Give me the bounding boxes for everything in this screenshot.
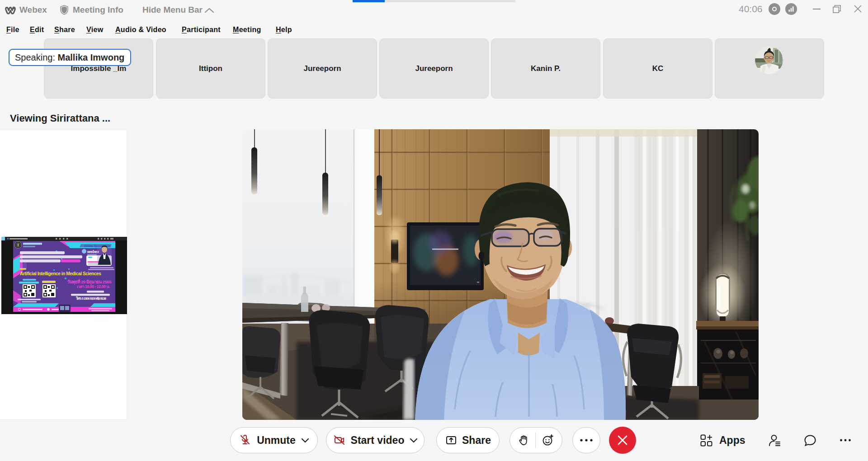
svg-text:เวลา 10.00 - 12.00 น.: เวลา 10.00 - 12.00 น.: [77, 284, 110, 289]
svg-text:วันพุธที่ 29 มิถุนายน 2565: วันพุธที่ 29 มิถุนายน 2565: [67, 278, 112, 285]
svg-text:โทร. 0 2306 9100 ต่อ 9138: โทร. 0 2306 9100 ต่อ 9138: [75, 296, 106, 301]
svg-text:Artificial Intelligence in Med: Artificial Intelligence in Medical Scien…: [20, 271, 101, 276]
